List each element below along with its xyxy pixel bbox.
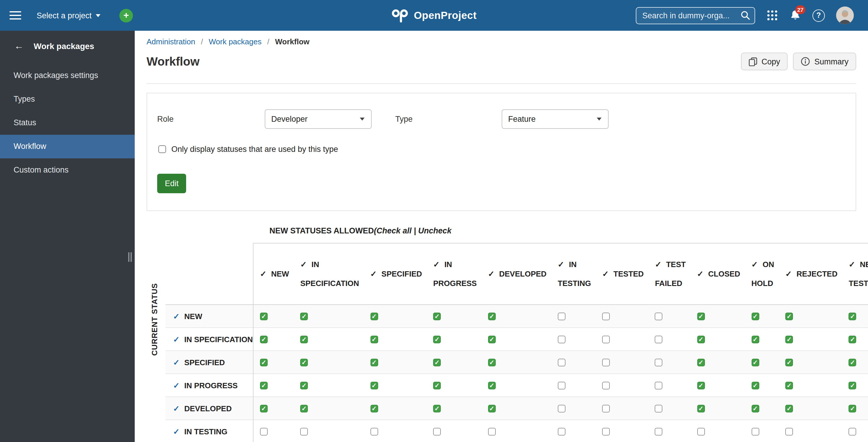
transition-checkbox-checked[interactable]: ✓ bbox=[785, 312, 793, 320]
transition-checkbox-checked[interactable]: ✓ bbox=[300, 335, 308, 343]
transition-checkbox-checked[interactable]: ✓ bbox=[370, 335, 378, 343]
transition-checkbox-unchecked[interactable] bbox=[697, 428, 705, 435]
select-project-dropdown[interactable]: Select a project bbox=[37, 11, 100, 20]
row-check-toggle-icon[interactable]: ✓ bbox=[173, 358, 180, 367]
transition-checkbox-checked[interactable]: ✓ bbox=[697, 381, 705, 389]
role-select[interactable]: Developer bbox=[265, 109, 372, 129]
breadcrumb-work-packages[interactable]: Work packages bbox=[209, 37, 262, 46]
transition-checkbox-checked[interactable]: ✓ bbox=[697, 405, 705, 412]
column-check-toggle-icon[interactable]: ✓ bbox=[697, 269, 704, 278]
column-check-toggle-icon[interactable]: ✓ bbox=[433, 260, 440, 269]
transition-checkbox-checked[interactable]: ✓ bbox=[370, 405, 378, 412]
sidebar-resize-handle[interactable] bbox=[127, 252, 133, 262]
transition-checkbox-checked[interactable]: ✓ bbox=[260, 381, 268, 389]
transition-checkbox-unchecked[interactable] bbox=[602, 381, 610, 389]
transition-checkbox-checked[interactable]: ✓ bbox=[260, 335, 268, 343]
transition-checkbox-checked[interactable]: ✓ bbox=[370, 312, 378, 320]
transition-checkbox-checked[interactable]: ✓ bbox=[697, 335, 705, 343]
transition-checkbox-unchecked[interactable] bbox=[602, 428, 610, 435]
row-check-toggle-icon[interactable]: ✓ bbox=[173, 427, 180, 436]
column-check-toggle-icon[interactable]: ✓ bbox=[260, 269, 267, 278]
transition-checkbox-unchecked[interactable] bbox=[370, 428, 378, 435]
transition-checkbox-unchecked[interactable] bbox=[655, 428, 663, 435]
transition-checkbox-unchecked[interactable] bbox=[602, 335, 610, 343]
transition-checkbox-checked[interactable]: ✓ bbox=[697, 312, 705, 320]
column-check-toggle-icon[interactable]: ✓ bbox=[751, 260, 758, 269]
transition-checkbox-unchecked[interactable] bbox=[655, 312, 663, 320]
column-check-toggle-icon[interactable]: ✓ bbox=[655, 260, 661, 269]
type-select[interactable]: Feature bbox=[502, 109, 609, 129]
search-icon[interactable] bbox=[740, 10, 750, 21]
transition-checkbox-unchecked[interactable] bbox=[785, 428, 793, 435]
transition-checkbox-checked[interactable]: ✓ bbox=[751, 312, 759, 320]
transition-checkbox-unchecked[interactable] bbox=[655, 358, 663, 366]
transition-checkbox-unchecked[interactable] bbox=[602, 405, 610, 412]
transition-checkbox-checked[interactable]: ✓ bbox=[433, 381, 441, 389]
transition-checkbox-checked[interactable]: ✓ bbox=[785, 358, 793, 366]
notifications-button[interactable]: 27 bbox=[789, 9, 801, 21]
transition-checkbox-checked[interactable]: ✓ bbox=[300, 405, 308, 412]
row-check-toggle-icon[interactable]: ✓ bbox=[173, 335, 180, 344]
transition-checkbox-unchecked[interactable] bbox=[558, 335, 565, 343]
transition-checkbox-checked[interactable]: ✓ bbox=[433, 358, 441, 366]
openproject-logo[interactable]: OpenProject bbox=[392, 7, 477, 23]
transition-checkbox-checked[interactable]: ✓ bbox=[370, 358, 378, 366]
transition-checkbox-checked[interactable]: ✓ bbox=[751, 335, 759, 343]
transition-checkbox-checked[interactable]: ✓ bbox=[433, 405, 441, 412]
sidebar-item-types[interactable]: Types bbox=[0, 88, 135, 111]
transition-checkbox-unchecked[interactable] bbox=[260, 428, 268, 435]
transition-checkbox-checked[interactable]: ✓ bbox=[300, 312, 308, 320]
transition-checkbox-unchecked[interactable] bbox=[655, 335, 663, 343]
transition-checkbox-unchecked[interactable] bbox=[433, 428, 441, 435]
transition-checkbox-checked[interactable]: ✓ bbox=[260, 358, 268, 366]
summary-button[interactable]: Summary bbox=[793, 53, 856, 70]
sidebar-item-custom-actions[interactable]: Custom actions bbox=[0, 158, 135, 182]
transition-checkbox-checked[interactable]: ✓ bbox=[849, 358, 857, 366]
copy-button[interactable]: Copy bbox=[741, 53, 788, 70]
sidebar-back-button[interactable]: ← Work packages bbox=[0, 34, 135, 58]
transition-checkbox-checked[interactable]: ✓ bbox=[488, 335, 496, 343]
column-check-toggle-icon[interactable]: ✓ bbox=[602, 269, 609, 278]
transition-checkbox-unchecked[interactable] bbox=[488, 428, 496, 435]
transition-checkbox-unchecked[interactable] bbox=[602, 358, 610, 366]
transition-checkbox-checked[interactable]: ✓ bbox=[785, 405, 793, 412]
column-check-toggle-icon[interactable]: ✓ bbox=[488, 269, 495, 278]
column-check-toggle-icon[interactable]: ✓ bbox=[558, 260, 564, 269]
column-check-toggle-icon[interactable]: ✓ bbox=[300, 260, 307, 269]
transition-checkbox-unchecked[interactable] bbox=[602, 312, 610, 320]
transition-checkbox-checked[interactable]: ✓ bbox=[697, 358, 705, 366]
row-check-toggle-icon[interactable]: ✓ bbox=[173, 312, 180, 321]
transition-checkbox-checked[interactable]: ✓ bbox=[260, 405, 268, 412]
row-check-toggle-icon[interactable]: ✓ bbox=[173, 404, 180, 413]
column-check-toggle-icon[interactable]: ✓ bbox=[785, 269, 792, 278]
transition-checkbox-unchecked[interactable] bbox=[655, 405, 663, 412]
transition-checkbox-checked[interactable]: ✓ bbox=[849, 405, 857, 412]
transition-checkbox-checked[interactable]: ✓ bbox=[488, 381, 496, 389]
only-display-statuses-checkbox[interactable] bbox=[158, 145, 166, 153]
transition-checkbox-checked[interactable]: ✓ bbox=[751, 405, 759, 412]
transition-checkbox-unchecked[interactable] bbox=[655, 381, 663, 389]
transition-checkbox-checked[interactable]: ✓ bbox=[849, 312, 857, 320]
transition-checkbox-checked[interactable]: ✓ bbox=[849, 335, 857, 343]
column-check-toggle-icon[interactable]: ✓ bbox=[370, 269, 377, 278]
transition-checkbox-checked[interactable]: ✓ bbox=[433, 335, 441, 343]
sidebar-item-status[interactable]: Status bbox=[0, 111, 135, 135]
modules-menu-button[interactable] bbox=[766, 9, 778, 21]
transition-checkbox-checked[interactable]: ✓ bbox=[433, 312, 441, 320]
transition-checkbox-checked[interactable]: ✓ bbox=[785, 381, 793, 389]
transition-checkbox-checked[interactable]: ✓ bbox=[849, 381, 857, 389]
transition-checkbox-checked[interactable]: ✓ bbox=[488, 358, 496, 366]
row-check-toggle-icon[interactable]: ✓ bbox=[173, 381, 180, 390]
transition-checkbox-unchecked[interactable] bbox=[558, 428, 565, 435]
add-project-button[interactable]: + bbox=[119, 8, 133, 22]
transition-checkbox-checked[interactable]: ✓ bbox=[260, 312, 268, 320]
transition-checkbox-unchecked[interactable] bbox=[558, 381, 565, 389]
check-all-uncheck-links[interactable]: (Check all | Uncheck bbox=[374, 226, 452, 235]
transition-checkbox-checked[interactable]: ✓ bbox=[751, 381, 759, 389]
transition-checkbox-checked[interactable]: ✓ bbox=[488, 312, 496, 320]
breadcrumb-administration[interactable]: Administration bbox=[147, 37, 195, 46]
edit-button[interactable]: Edit bbox=[157, 174, 186, 193]
transition-checkbox-checked[interactable]: ✓ bbox=[785, 335, 793, 343]
global-search-input[interactable] bbox=[636, 7, 755, 24]
transition-checkbox-unchecked[interactable] bbox=[849, 428, 857, 435]
